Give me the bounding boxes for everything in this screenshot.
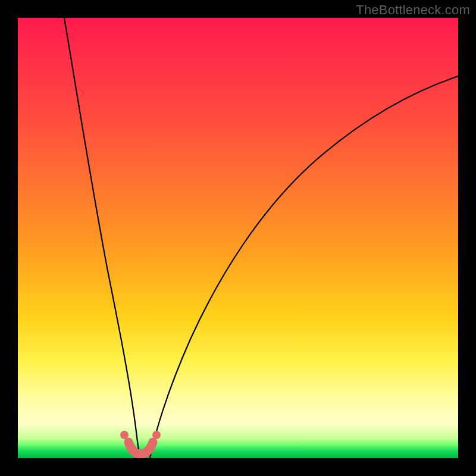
chart-frame: TheBottleneck.com [0,0,476,476]
watermark-text: TheBottleneck.com [356,2,470,18]
valley-marker-group [120,431,161,454]
curve-left-branch [64,18,140,458]
chart-svg [18,18,458,458]
valley-u-stroke [129,442,153,454]
curve-right-branch [150,76,458,458]
